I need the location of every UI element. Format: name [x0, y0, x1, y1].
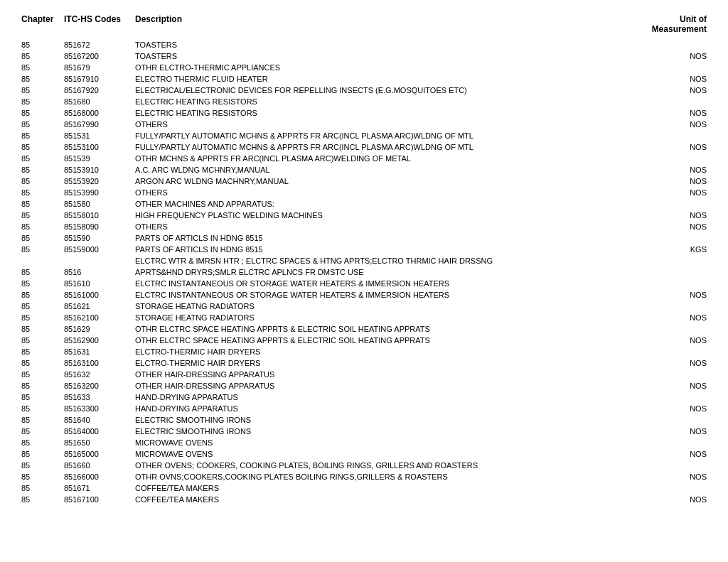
- cell-uom: NOS: [621, 381, 707, 392]
- table-row: 85851679OTHR ELCTRO-THERMIC APPLIANCES: [21, 63, 707, 74]
- cell-description: OTHR ELCTRO-THERMIC APPLIANCES: [135, 63, 621, 74]
- cell-uom: [621, 279, 707, 290]
- cell-chapter: 85: [21, 97, 64, 108]
- cell-chapter: 85: [21, 279, 64, 290]
- cell-itc: 85161000: [64, 290, 135, 301]
- cell-itc: 85153910: [64, 165, 135, 176]
- cell-chapter: 85: [21, 244, 64, 256]
- table-row: 85851633HAND-DRYING APPARATUS: [21, 392, 707, 404]
- cell-description: OTHR OVNS;COOKERS,COOKING PLATES BOILING…: [135, 472, 621, 483]
- cell-uom: NOS: [621, 495, 707, 506]
- header-uom: Unit of Measurement: [621, 14, 707, 34]
- cell-description: FULLY/PARTLY AUTOMATIC MCHNS & APPRTS FR…: [135, 131, 621, 142]
- cell-description: OTHERS: [135, 188, 621, 199]
- cell-itc: 85162900: [64, 335, 135, 347]
- table-row: 85851539OTHR MCHNS & APPRTS FR ARC(INCL …: [21, 153, 707, 165]
- cell-uom: NOS: [621, 188, 707, 199]
- table-row: 8585163300HAND-DRYING APPARATUSNOS: [21, 404, 707, 415]
- cell-description: PARTS OF ARTICLS IN HDNG 8515: [135, 233, 621, 244]
- table-row: 85851531FULLY/PARTLY AUTOMATIC MCHNS & A…: [21, 131, 707, 142]
- cell-chapter: 85: [21, 335, 64, 347]
- cell-itc: 85167920: [64, 85, 135, 97]
- cell-itc: 85153100: [64, 142, 135, 153]
- cell-description: OTHER HAIR-DRESSING APPARATUS: [135, 369, 621, 381]
- cell-description: ELCTRC WTR & IMRSN HTR ; ELCTRC SPACES &…: [135, 256, 621, 267]
- cell-itc: 85153920: [64, 176, 135, 188]
- cell-itc: [64, 256, 135, 267]
- cell-description: OTHERS: [135, 119, 621, 131]
- cell-description: HIGH FREQUENCY PLASTIC WELDING MACHINES: [135, 210, 621, 222]
- cell-description: OTHER HAIR-DRESSING APPARATUS: [135, 381, 621, 392]
- cell-uom: [621, 415, 707, 426]
- cell-description: COFFEE/TEA MAKERS: [135, 495, 621, 506]
- cell-chapter: 85: [21, 108, 64, 119]
- table-row: ELCTRC WTR & IMRSN HTR ; ELCTRC SPACES &…: [21, 256, 707, 267]
- cell-itc: 851650: [64, 438, 135, 449]
- cell-itc: 85164000: [64, 426, 135, 438]
- cell-chapter: 85: [21, 131, 64, 142]
- cell-description: ELCTRC INSTANTANEOUS OR STORAGE WATER HE…: [135, 290, 621, 301]
- cell-uom: [621, 301, 707, 313]
- cell-itc: 85163300: [64, 404, 135, 415]
- table-row: 85851660OTHER OVENS; COOKERS, COOKING PL…: [21, 460, 707, 472]
- cell-uom: NOS: [621, 449, 707, 460]
- cell-uom: [621, 63, 707, 74]
- cell-itc: 85163200: [64, 381, 135, 392]
- cell-itc: 851632: [64, 369, 135, 381]
- table-row: 8585167990OTHERSNOS: [21, 119, 707, 131]
- cell-itc: 851660: [64, 460, 135, 472]
- cell-description: MICROWAVE OVENS: [135, 438, 621, 449]
- cell-description: OTHR ELCTRC SPACE HEATING APPRTS & ELECT…: [135, 324, 621, 335]
- cell-chapter: 85: [21, 381, 64, 392]
- cell-uom: [621, 347, 707, 358]
- cell-uom: NOS: [621, 358, 707, 369]
- cell-description: ELCTRC INSTANTANEOUS OR STORAGE WATER HE…: [135, 279, 621, 290]
- table-row: 8585162100STORAGE HEATNG RADIATORSNOS: [21, 313, 707, 324]
- cell-itc: 85159000: [64, 244, 135, 256]
- cell-chapter: 85: [21, 40, 64, 51]
- cell-chapter: 85: [21, 449, 64, 460]
- cell-itc: 851531: [64, 131, 135, 142]
- table-row: 8585167100COFFEE/TEA MAKERSNOS: [21, 495, 707, 506]
- table-row: 8585153920ARGON ARC WLDNG MACHNRY,MANUAL…: [21, 176, 707, 188]
- cell-chapter: 85: [21, 119, 64, 131]
- cell-uom: [621, 483, 707, 495]
- cell-uom: KGS: [621, 244, 707, 256]
- table-row: 8585153910A.C. ARC WLDNG MCHNRY,MANUALNO…: [21, 165, 707, 176]
- cell-description: ELCTRO-THERMIC HAIR DRYERS: [135, 347, 621, 358]
- table-row: 8585164000ELECTRIC SMOOTHING IRONSNOS: [21, 426, 707, 438]
- cell-itc: 851621: [64, 301, 135, 313]
- cell-uom: NOS: [621, 335, 707, 347]
- cell-uom: NOS: [621, 176, 707, 188]
- cell-description: MICROWAVE OVENS: [135, 449, 621, 460]
- table-row: 85851671COFFEE/TEA MAKERS: [21, 483, 707, 495]
- cell-uom: [621, 369, 707, 381]
- table-row: 85851629OTHR ELCTRC SPACE HEATING APPRTS…: [21, 324, 707, 335]
- cell-chapter: 85: [21, 495, 64, 506]
- cell-uom: NOS: [621, 119, 707, 131]
- cell-chapter: 85: [21, 142, 64, 153]
- header-row: Chapter ITC-HS Codes Description Unit of…: [21, 14, 707, 34]
- table-row: 85851672TOASTERS: [21, 40, 707, 51]
- cell-itc: 851631: [64, 347, 135, 358]
- cell-itc: 851680: [64, 97, 135, 108]
- cell-description: TOASTERS: [135, 40, 621, 51]
- cell-uom: NOS: [621, 165, 707, 176]
- cell-description: STORAGE HEATNG RADIATORS: [135, 313, 621, 324]
- cell-uom: NOS: [621, 85, 707, 97]
- cell-chapter: 85: [21, 313, 64, 324]
- cell-uom: NOS: [621, 313, 707, 324]
- header-description: Description: [135, 14, 621, 34]
- cell-itc: 851590: [64, 233, 135, 244]
- cell-chapter: 85: [21, 347, 64, 358]
- cell-description: ELECTRICAL/ELECTRONIC DEVICES FOR REPELL…: [135, 85, 621, 97]
- cell-chapter: 85: [21, 210, 64, 222]
- data-table: 85851672TOASTERS8585167200TOASTERSNOS858…: [21, 40, 707, 506]
- table-row: 85851590PARTS OF ARTICLS IN HDNG 8515: [21, 233, 707, 244]
- cell-chapter: 85: [21, 74, 64, 85]
- cell-chapter: 85: [21, 188, 64, 199]
- cell-description: PARTS OF ARTICLS IN HDNG 8515: [135, 244, 621, 256]
- cell-chapter: 85: [21, 392, 64, 404]
- header-itc: ITC-HS Codes: [64, 14, 135, 34]
- table-row: 85851632OTHER HAIR-DRESSING APPARATUS: [21, 369, 707, 381]
